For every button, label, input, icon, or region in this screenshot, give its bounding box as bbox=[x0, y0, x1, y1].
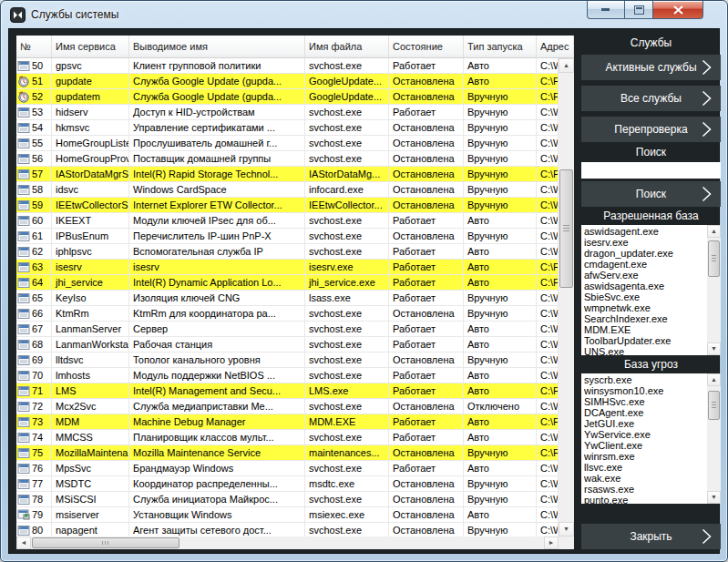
table-vertical-scrollbar[interactable]: ▲ ▼ bbox=[559, 58, 574, 536]
list-item[interactable]: YwService.exe bbox=[581, 429, 707, 440]
list-item[interactable]: syscrb.exe bbox=[581, 374, 707, 385]
scroll-up-arrow-icon[interactable]: ▲ bbox=[559, 58, 574, 73]
list-scrollbar-thumb[interactable] bbox=[708, 391, 720, 420]
table-row[interactable]: 71 LMS Intel(R) Management and Secu... L… bbox=[16, 383, 559, 399]
table-row[interactable]: 80 napagent Агент защиты сетевого дост..… bbox=[16, 523, 559, 536]
threat-list-scrollbar[interactable]: ▲ ▼ bbox=[707, 373, 721, 504]
table-row[interactable]: 61 IPBusEnum Перечислитель IP-шин PnP-X … bbox=[16, 229, 559, 244]
vertical-scrollbar-thumb[interactable] bbox=[559, 169, 573, 288]
column-header-display-name[interactable]: Выводимое имя bbox=[129, 36, 305, 57]
row-number: 56 bbox=[32, 151, 43, 166]
list-item[interactable]: isesrv.exe bbox=[581, 237, 707, 248]
table-row[interactable]: 73 MDM Machine Debug Manager MDM.EXE Раб… bbox=[16, 414, 559, 430]
display-name-cell: Windows CardSpace bbox=[129, 182, 305, 197]
table-row[interactable]: 68 LanmanWorksta... Рабочая станция svch… bbox=[16, 337, 559, 353]
table-row[interactable]: 51 gupdate Служба Google Update (gupda..… bbox=[16, 74, 559, 89]
table-row[interactable]: 50 gpsvc Клиент групповой политики svcho… bbox=[16, 58, 559, 74]
address-cell: C:\W bbox=[537, 476, 559, 491]
table-row[interactable]: 77 MSDTC Координатор распределенны... ms… bbox=[16, 476, 559, 492]
table-row[interactable]: 59 IEEtwCollectorS... Internet Explorer … bbox=[16, 198, 559, 213]
table-row[interactable]: 63 isesrv isesrv isesrv.exe Работает Авт… bbox=[16, 260, 559, 275]
all-services-button[interactable]: Все службы bbox=[581, 86, 721, 111]
table-row[interactable]: 52 gupdatem Служба Google Update (gupda.… bbox=[16, 89, 559, 105]
table-row[interactable]: 75 MozillaMaintena... Mozilla Maintenanc… bbox=[16, 445, 559, 461]
table-row[interactable]: 67 LanmanServer Сервер svchost.exe Работ… bbox=[16, 322, 559, 337]
table-row[interactable]: 56 HomeGroupProv... Поставщик домашней г… bbox=[16, 151, 559, 167]
table-horizontal-scrollbar[interactable]: ◄ ► bbox=[16, 536, 559, 549]
column-header-service-name[interactable]: Имя сервиса bbox=[52, 36, 129, 57]
table-row[interactable]: 78 MSiSCSI Служба инициатора Майкрос... … bbox=[16, 492, 559, 507]
table-row[interactable]: 69 lltdsvc Тополог канального уровня svc… bbox=[16, 353, 559, 368]
table-row[interactable]: 74 MMCSS Планировщик классов мульт... sv… bbox=[16, 430, 559, 445]
column-header-num[interactable]: № bbox=[16, 36, 52, 57]
list-item[interactable]: JetGUI.exe bbox=[581, 418, 707, 429]
list-item[interactable]: rsasws.exe bbox=[581, 484, 707, 495]
list-item[interactable]: dragon_updater.exe bbox=[581, 248, 707, 259]
table-row[interactable]: 53 hidserv Доступ к HID-устройствам svch… bbox=[16, 105, 559, 120]
list-item[interactable]: wak.exe bbox=[581, 473, 707, 484]
file-name-cell: LMS.exe bbox=[305, 383, 389, 398]
display-name-cell: KtmRm для координатора ра... bbox=[129, 306, 305, 321]
table-row[interactable]: 65 KeyIso Изоляция ключей CNG lsass.exe … bbox=[16, 291, 559, 306]
table-row[interactable]: 64 jhi_service Intel(R) Dynamic Applicat… bbox=[16, 275, 559, 291]
threat-base-list[interactable]: syscrb.exewinsysmon10.exeSIMHSvc.exeDCAg… bbox=[581, 373, 721, 504]
list-item[interactable]: UNS.exe bbox=[581, 346, 707, 355]
allowed-base-list[interactable]: aswidsagent.exeisesrv.exedragon_updater.… bbox=[581, 225, 721, 355]
table-row[interactable]: 55 HomeGroupListe... Прослушиватель дома… bbox=[16, 136, 559, 151]
column-header-address[interactable]: Адрес bbox=[537, 36, 574, 57]
table-row[interactable]: 54 hkmsvc Управление сертификатами ... s… bbox=[16, 120, 559, 136]
list-item[interactable]: afwServ.exe bbox=[581, 270, 707, 281]
column-header-file-name[interactable]: Имя файла bbox=[305, 36, 389, 57]
list-item[interactable]: SearchIndexer.exe bbox=[581, 313, 707, 324]
row-number: 71 bbox=[32, 383, 43, 398]
service-icon bbox=[17, 277, 30, 289]
scroll-left-arrow-icon[interactable]: ◄ bbox=[16, 536, 31, 549]
list-item[interactable]: winrsm.exe bbox=[581, 451, 707, 462]
list-item[interactable]: cmdagent.exe bbox=[581, 259, 707, 270]
list-item[interactable]: aswidsagent.exe bbox=[581, 226, 707, 237]
minimize-button[interactable] bbox=[587, 1, 625, 19]
list-item[interactable]: llsvc.exe bbox=[581, 462, 707, 473]
scroll-right-arrow-icon[interactable]: ► bbox=[544, 536, 559, 549]
close-panel-button[interactable]: Закрыть bbox=[581, 524, 721, 549]
list-scrollbar-thumb[interactable] bbox=[708, 240, 720, 277]
list-item[interactable]: aswidsagenta.exe bbox=[581, 281, 707, 291]
list-item[interactable]: ToolbarUpdater.exe bbox=[581, 335, 707, 346]
list-item[interactable]: MDM.EXE bbox=[581, 324, 707, 335]
close-button[interactable] bbox=[653, 1, 703, 19]
service-name-cell: IPBusEnum bbox=[52, 229, 129, 243]
allowed-list-scrollbar[interactable]: ▲ ▼ bbox=[707, 225, 721, 355]
scroll-up-arrow-icon[interactable]: ▲ bbox=[707, 225, 721, 238]
list-item[interactable]: punto.exe bbox=[581, 495, 707, 504]
list-item[interactable]: SIMHSvc.exe bbox=[581, 396, 707, 407]
table-row[interactable]: 57 IAStorDataMgrS... Intel(R) Rapid Stor… bbox=[16, 167, 559, 182]
table-row[interactable]: 66 KtmRm KtmRm для координатора ра... sv… bbox=[16, 306, 559, 322]
display-name-cell: Брандмауэр Windows bbox=[129, 461, 305, 475]
scroll-down-arrow-icon[interactable]: ▼ bbox=[707, 491, 721, 504]
table-row[interactable]: 62 iphlpsvc Вспомогательная служба IP sv… bbox=[16, 244, 559, 260]
table-row[interactable]: 72 Mcx2Svc Служба медиаприставки Me... s… bbox=[16, 399, 559, 414]
scroll-up-arrow-icon[interactable]: ▲ bbox=[707, 373, 721, 386]
scroll-down-arrow-icon[interactable]: ▼ bbox=[707, 342, 721, 355]
table-row[interactable]: 70 lmhosts Модуль поддержки NetBIOS ... … bbox=[16, 368, 559, 383]
recheck-button[interactable]: Перепроверка bbox=[581, 117, 721, 142]
column-header-state[interactable]: Состояние bbox=[389, 36, 464, 57]
table-row[interactable]: 60 IKEEXT Модули ключей IPsec для об... … bbox=[16, 213, 559, 229]
search-input[interactable] bbox=[581, 162, 721, 179]
horizontal-scrollbar-thumb[interactable] bbox=[32, 537, 179, 548]
scroll-down-arrow-icon[interactable]: ▼ bbox=[559, 522, 574, 536]
table-row[interactable]: 58 idsvc Windows CardSpace infocard.exe … bbox=[16, 182, 559, 198]
active-services-button[interactable]: Активные службы bbox=[581, 55, 721, 80]
list-item[interactable]: DCAgent.exe bbox=[581, 407, 707, 418]
table-row[interactable]: 79 msiserver Установщик Windows msiexec.… bbox=[16, 507, 559, 523]
search-button[interactable]: Поиск bbox=[581, 181, 721, 207]
list-item[interactable]: YwClient.exe bbox=[581, 440, 707, 451]
address-cell: C:\P bbox=[537, 74, 559, 88]
table-row[interactable]: 76 MpsSvc Брандмауэр Windows svchost.exe… bbox=[16, 461, 559, 476]
maximize-button[interactable] bbox=[625, 1, 653, 19]
list-item[interactable]: winsysmon10.exe bbox=[581, 385, 707, 396]
column-header-startup-type[interactable]: Тип запуска bbox=[464, 36, 537, 57]
file-name-cell: svchost.exe bbox=[305, 229, 389, 243]
list-item[interactable]: wmpnetwk.exe bbox=[581, 302, 707, 313]
list-item[interactable]: SbieSvc.exe bbox=[581, 291, 707, 302]
